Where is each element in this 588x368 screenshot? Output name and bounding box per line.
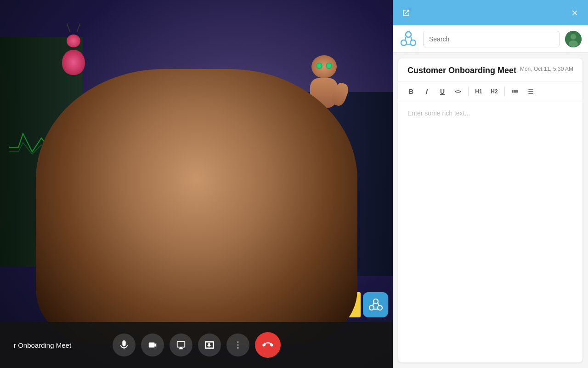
note-header: Customer Onboarding Meet Mon, Oct 11, 5:… bbox=[398, 58, 582, 81]
end-call-button[interactable] bbox=[255, 332, 281, 358]
avatar bbox=[565, 31, 582, 47]
svg-point-17 bbox=[569, 40, 578, 47]
note-title: Customer Onboarding Meet bbox=[407, 66, 516, 75]
svg-point-2 bbox=[378, 305, 382, 310]
note-body[interactable]: Enter some rich text... bbox=[398, 102, 582, 362]
bug-character bbox=[55, 37, 92, 78]
svg-point-6 bbox=[237, 341, 238, 343]
screen-share-button[interactable] bbox=[170, 334, 192, 356]
panel-header-icons bbox=[399, 6, 413, 20]
more-options-button[interactable] bbox=[226, 334, 249, 356]
svg-line-13 bbox=[411, 36, 412, 40]
controls-center bbox=[113, 332, 281, 358]
h2-button[interactable]: H2 bbox=[488, 85, 501, 98]
person-video bbox=[36, 69, 357, 345]
right-panel: Customer Onboarding Meet Mon, Oct 11, 5:… bbox=[393, 0, 588, 368]
italic-button[interactable]: I bbox=[420, 85, 433, 98]
bold-button[interactable]: B bbox=[405, 85, 418, 98]
video-area: r Onboarding Meet bbox=[0, 0, 393, 368]
svg-line-3 bbox=[373, 303, 374, 306]
note-date: Mon, Oct 11, 5:30 AM bbox=[520, 66, 573, 72]
svg-point-10 bbox=[401, 40, 407, 46]
svg-point-8 bbox=[237, 347, 238, 349]
controls-bar: r Onboarding Meet bbox=[0, 322, 393, 368]
svg-line-12 bbox=[405, 36, 407, 40]
search-input[interactable] bbox=[423, 31, 560, 47]
ordered-list-button[interactable] bbox=[509, 85, 521, 98]
meeting-label: r Onboarding Meet bbox=[9, 341, 71, 349]
svg-point-16 bbox=[571, 34, 576, 40]
toolbar-divider-2 bbox=[504, 87, 505, 96]
rich-text-toolbar: B I U <> H1 H2 bbox=[398, 81, 582, 102]
threado-logo bbox=[399, 30, 418, 48]
close-panel-button[interactable] bbox=[568, 6, 582, 20]
mic-button[interactable] bbox=[113, 334, 136, 356]
threado-app-header bbox=[393, 25, 588, 53]
camera-button[interactable] bbox=[141, 334, 164, 356]
toolbar-divider-1 bbox=[468, 87, 469, 96]
svg-point-7 bbox=[237, 345, 238, 346]
svg-point-9 bbox=[406, 32, 411, 37]
panel-header bbox=[393, 0, 588, 25]
bullet-list-button[interactable] bbox=[524, 85, 537, 98]
code-button[interactable]: <> bbox=[452, 85, 464, 98]
open-external-button[interactable] bbox=[399, 6, 413, 20]
present-button[interactable] bbox=[198, 334, 221, 356]
svg-point-1 bbox=[369, 305, 374, 310]
svg-line-4 bbox=[378, 303, 379, 306]
note-panel: Customer Onboarding Meet Mon, Oct 11, 5:… bbox=[398, 58, 582, 362]
svg-point-11 bbox=[410, 40, 416, 46]
underline-button[interactable]: U bbox=[436, 85, 449, 98]
threado-video-button[interactable] bbox=[363, 292, 388, 317]
h1-button[interactable]: H1 bbox=[472, 85, 485, 98]
